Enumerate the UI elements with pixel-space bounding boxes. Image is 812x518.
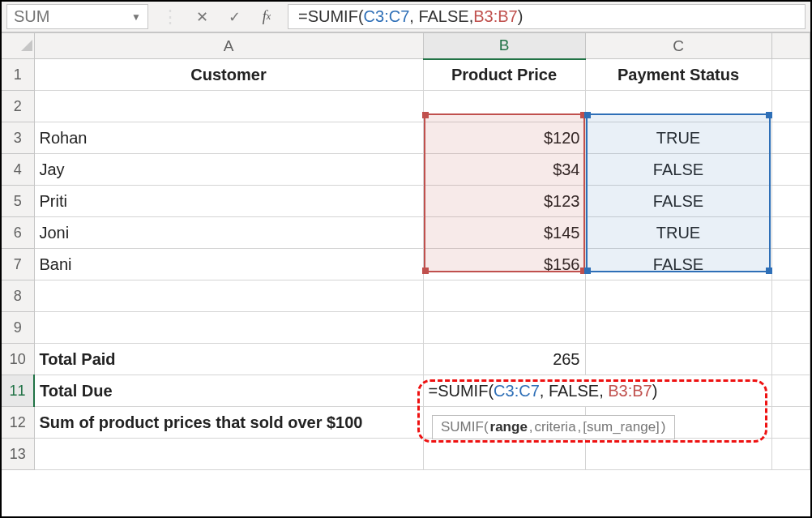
tooltip-sep1: ,: [529, 419, 533, 435]
col-header-C[interactable]: C: [585, 33, 771, 59]
cell-formula-suffix: ): [652, 382, 658, 400]
cell-C7[interactable]: FALSE: [585, 249, 771, 280]
cell-extra-4[interactable]: [771, 154, 810, 186]
cell-A4[interactable]: Jay: [34, 154, 423, 186]
cell-B8[interactable]: [423, 280, 585, 312]
enter-button[interactable]: ✓: [218, 4, 250, 29]
cell-formula-prefix: =SUMIF(: [429, 382, 494, 400]
row-3: 3 Rohan $120 TRUE: [2, 122, 810, 154]
tooltip-close: ): [661, 419, 666, 435]
row-5: 5 Priti $123 FALSE: [2, 186, 810, 217]
row-header-9[interactable]: 9: [2, 312, 34, 344]
cell-A5[interactable]: Priti: [34, 186, 423, 217]
cell-formula-ref1: C3:C7: [494, 382, 540, 400]
cell-A13[interactable]: [34, 439, 423, 470]
row-9: 9: [2, 312, 810, 344]
cell-B9[interactable]: [423, 312, 585, 344]
cell-extra-3[interactable]: [771, 122, 810, 154]
cell-C4[interactable]: FALSE: [585, 154, 771, 186]
cell-extra-8[interactable]: [771, 280, 810, 312]
row-8: 8: [2, 280, 810, 312]
cell-B10[interactable]: 265: [423, 344, 585, 375]
cell-formula: =SUMIF(C3:C7, FALSE, B3:B7): [429, 382, 658, 400]
cell-extra-9[interactable]: [771, 312, 810, 344]
cell-extra-5[interactable]: [771, 186, 810, 217]
cell-extra-11[interactable]: [771, 375, 810, 407]
cell-B4[interactable]: $34: [423, 154, 585, 186]
row-header-4[interactable]: 4: [2, 154, 34, 186]
cell-extra-7[interactable]: [771, 249, 810, 280]
cell-C6[interactable]: TRUE: [585, 217, 771, 249]
fx-button[interactable]: fx: [250, 8, 283, 25]
cell-C13[interactable]: [585, 439, 771, 470]
formula-text-prefix: =SUMIF(: [298, 7, 364, 26]
cell-extra-2[interactable]: [771, 91, 810, 122]
cell-A3[interactable]: Rohan: [34, 122, 423, 154]
row-header-8[interactable]: 8: [2, 280, 34, 312]
cell-B11[interactable]: =SUMIF(C3:C7, FALSE, B3:B7): [423, 375, 771, 407]
tooltip-sep2: ,: [578, 419, 582, 435]
cell-B6[interactable]: $145: [423, 217, 585, 249]
row-header-12[interactable]: 12: [2, 407, 34, 439]
row-13: 13: [2, 439, 810, 470]
row-header-10[interactable]: 10: [2, 344, 34, 375]
cell-C8[interactable]: [585, 280, 771, 312]
chevron-down-icon[interactable]: ▼: [131, 11, 141, 23]
cell-C2[interactable]: [585, 91, 771, 122]
cancel-button[interactable]: ✕: [186, 4, 218, 29]
function-tooltip: SUMIF(range, criteria, [sum_range]): [432, 415, 675, 439]
cell-A10[interactable]: Total Paid: [34, 344, 423, 375]
name-box[interactable]: SUM ▼: [6, 4, 148, 29]
row-header-5[interactable]: 5: [2, 186, 34, 217]
select-all-triangle[interactable]: [2, 33, 34, 59]
cell-C1[interactable]: Payment Status: [585, 59, 771, 91]
col-header-extra[interactable]: [771, 33, 810, 59]
cell-A8[interactable]: [34, 280, 423, 312]
row-10: 10 Total Paid 265: [2, 344, 810, 375]
cell-A7[interactable]: Bani: [34, 249, 423, 280]
cell-A12[interactable]: Sum of product prices that sold over $10…: [34, 407, 423, 439]
col-header-B[interactable]: B: [423, 33, 585, 59]
cell-B1[interactable]: Product Price: [423, 59, 585, 91]
row-header-1[interactable]: 1: [2, 59, 34, 91]
row-7: 7 Bani $156 FALSE: [2, 249, 810, 280]
cell-A6[interactable]: Joni: [34, 217, 423, 249]
formula-text-suffix: ): [518, 7, 524, 26]
cell-C3[interactable]: TRUE: [585, 122, 771, 154]
row-header-13[interactable]: 13: [2, 439, 34, 470]
cell-extra-12[interactable]: [771, 407, 810, 439]
cell-C9[interactable]: [585, 312, 771, 344]
spreadsheet-grid[interactable]: A B C 1 Customer Product Price Payment S…: [2, 32, 810, 470]
formula-input[interactable]: =SUMIF(C3:C7, FALSE, B3:B7): [288, 4, 806, 29]
row-4: 4 Jay $34 FALSE: [2, 154, 810, 186]
row-header-2[interactable]: 2: [2, 91, 34, 122]
row-12: 12 Sum of product prices that sold over …: [2, 407, 810, 439]
tooltip-arg2: criteria: [535, 419, 576, 435]
select-all-icon: [21, 40, 32, 51]
cell-extra-6[interactable]: [771, 217, 810, 249]
cell-extra-1[interactable]: [771, 59, 810, 91]
cell-extra-13[interactable]: [771, 439, 810, 470]
row-header-11[interactable]: 11: [2, 375, 34, 407]
cell-A9[interactable]: [34, 312, 423, 344]
row-header-7[interactable]: 7: [2, 249, 34, 280]
row-header-3[interactable]: 3: [2, 122, 34, 154]
cell-B5[interactable]: $123: [423, 186, 585, 217]
cell-A2[interactable]: [34, 91, 423, 122]
sheet-area[interactable]: A B C 1 Customer Product Price Payment S…: [2, 32, 810, 470]
cell-B7[interactable]: $156: [423, 249, 585, 280]
cell-C10[interactable]: [585, 344, 771, 375]
cell-B3[interactable]: $120: [423, 122, 585, 154]
cell-A1[interactable]: Customer: [34, 59, 423, 91]
row-6: 6 Joni $145 TRUE: [2, 217, 810, 249]
formula-ref-2: B3:B7: [473, 7, 517, 26]
cell-formula-mid: , FALSE,: [540, 382, 608, 400]
cell-B2[interactable]: [423, 91, 585, 122]
row-header-6[interactable]: 6: [2, 217, 34, 249]
cell-C5[interactable]: FALSE: [585, 186, 771, 217]
cell-A11[interactable]: Total Due: [34, 375, 423, 407]
tooltip-arg3: [sum_range]: [583, 419, 660, 435]
cell-B13[interactable]: [423, 439, 585, 470]
col-header-A[interactable]: A: [34, 33, 423, 59]
cell-extra-10[interactable]: [771, 344, 810, 375]
